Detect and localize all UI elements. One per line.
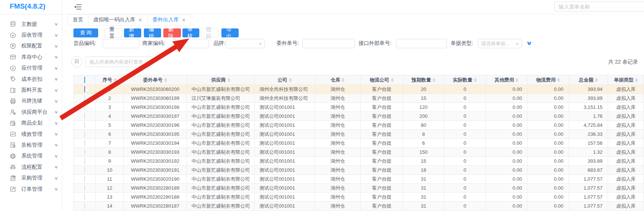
column-config-button[interactable]: [71, 56, 82, 67]
table-row[interactable]: 9WWRK202303030192中山市新艺盛制衣有限公司测试公司001001湖…: [74, 157, 644, 166]
row-checkbox-cell[interactable]: [74, 166, 96, 175]
row-checkbox[interactable]: [84, 104, 85, 110]
column-header[interactable]: 实际数量: [444, 75, 486, 85]
close-icon[interactable]: ✕: [182, 17, 186, 23]
row-checkbox[interactable]: [84, 140, 85, 146]
table-row[interactable]: 5WWRK202303030196中山市新艺盛制衣有限公司测试公司001001湖…: [74, 121, 644, 130]
table-row[interactable]: 14WWRK202302280187中山市新艺盛制衣有限公司测试公司001001…: [74, 202, 644, 211]
row-checkbox-cell[interactable]: [74, 184, 96, 193]
row-checkbox[interactable]: [84, 122, 85, 128]
row-checkbox[interactable]: [84, 176, 85, 182]
sidebar-item-13[interactable]: 系统管理∨: [0, 151, 62, 162]
row-checkbox[interactable]: [84, 158, 85, 164]
row-checkbox[interactable]: [84, 95, 85, 101]
filter-select-3[interactable]: ∨: [226, 39, 265, 48]
tab-2[interactable]: 虚拟唯一码出入库✕: [88, 14, 148, 25]
column-header[interactable]: 物流公司: [360, 75, 403, 85]
sidebar-item-16[interactable]: 订单管理∨: [0, 184, 62, 195]
table-row[interactable]: 1WWRK202303060200中山市新艺盛制衣有限公司湖州全尚科技有限公司湖…: [74, 85, 644, 94]
filter-input-2[interactable]: [172, 39, 209, 48]
sidebar-item-7[interactable]: 面料开发∨: [0, 85, 62, 95]
sidebar-item-11[interactable]: 绩效管理∨: [0, 129, 62, 140]
table-row[interactable]: 11WWRK202303020190中山市新艺盛制衣有限公司测试公司001001…: [74, 175, 644, 184]
row-checkbox[interactable]: [84, 167, 85, 173]
row-checkbox-cell[interactable]: [74, 112, 96, 121]
select-all-checkbox[interactable]: [84, 77, 85, 83]
sidebar-item-8[interactable]: 吊牌洗唛∨: [0, 96, 62, 107]
filter-input-5[interactable]: [396, 39, 447, 48]
table-row[interactable]: 8WWRK202303030193中山市新艺盛制衣有限公司测试公司001001湖…: [74, 148, 644, 157]
row-checkbox[interactable]: [84, 149, 85, 155]
row-checkbox-cell[interactable]: [74, 130, 96, 139]
table-row[interactable]: 3WWRK202303030198中山市新艺盛制衣有限公司测试公司001001湖…: [74, 103, 644, 112]
row-checkbox[interactable]: [84, 203, 85, 209]
column-header[interactable]: 供应商: [187, 75, 255, 85]
tab-3[interactable]: 委外出入库✕: [147, 14, 191, 25]
row-checkbox-cell[interactable]: [74, 94, 96, 103]
expand-filters-chevron-icon[interactable]: ∨: [526, 40, 533, 46]
column-header[interactable]: 总金额: [569, 75, 608, 85]
row-checkbox[interactable]: [84, 185, 85, 191]
row-checkbox[interactable]: [84, 86, 85, 92]
编辑-button[interactable]: 编辑: [144, 28, 161, 37]
驳回-button[interactable]: 驳回: [201, 28, 218, 37]
sidebar-item-1[interactable]: 主数据∨: [0, 19, 62, 30]
row-checkbox[interactable]: [84, 131, 85, 137]
sidebar-item-15[interactable]: 采购管理∨: [0, 172, 62, 183]
table-row[interactable]: 6WWRK202303030195中山市新艺盛制衣有限公司测试公司001001湖…: [74, 130, 644, 139]
sidebar-item-4[interactable]: 库存中心∨: [0, 52, 62, 62]
row-checkbox-cell[interactable]: [74, 121, 96, 130]
column-header[interactable]: 物流费用: [527, 75, 569, 85]
sidebar-item-5[interactable]: ¥应付管理∨: [0, 63, 62, 74]
column-header[interactable]: 序号: [96, 75, 124, 85]
column-header[interactable]: 单据类型: [608, 75, 644, 85]
重置-button[interactable]: 重置: [105, 28, 123, 37]
table-cell: 31: [403, 193, 444, 202]
close-icon[interactable]: ✕: [138, 17, 142, 23]
sidebar-item-2[interactable]: ¥应收管理∨: [0, 30, 62, 40]
column-header[interactable]: 预期数量: [403, 75, 444, 85]
filter-input-4[interactable]: [302, 39, 355, 48]
filter-input-1[interactable]: [103, 39, 139, 48]
menu-search-input[interactable]: [554, 1, 644, 12]
sidebar-item-3[interactable]: 权限配置∨: [0, 41, 62, 52]
导出-button[interactable]: 导出: [221, 28, 239, 37]
table-row[interactable]: 7WWRK202303030194中山市新艺盛制衣有限公司测试公司001001湖…: [74, 139, 644, 148]
sidebar-item-6[interactable]: 成本折扣∨: [0, 74, 62, 85]
select-placeholder: 请选择单据...: [481, 40, 510, 47]
sidebar-collapse-icon[interactable]: [74, 4, 82, 11]
审核-button[interactable]: 审核: [182, 28, 199, 37]
column-header[interactable]: 仓库: [315, 75, 360, 85]
process-icon: [10, 164, 16, 170]
table-row[interactable]: 12WWRK202302280189中山市新艺盛制衣有限公司测试公司001001…: [74, 184, 644, 193]
column-header[interactable]: 委外单号: [123, 75, 187, 85]
header-select-all[interactable]: [74, 75, 96, 85]
row-checkbox-cell[interactable]: [74, 193, 96, 202]
sidebar-item-14[interactable]: 流程配置∨: [0, 162, 62, 172]
sidebar-item-12[interactable]: 质检管理∨: [0, 140, 62, 150]
table-cell: 0.00: [486, 112, 527, 121]
删除-button[interactable]: 删除: [163, 28, 181, 37]
新增-button[interactable]: 新增: [124, 28, 141, 37]
row-checkbox-cell[interactable]: [74, 85, 96, 94]
row-checkbox[interactable]: [84, 113, 85, 119]
row-checkbox-cell[interactable]: [74, 157, 96, 166]
table-row[interactable]: 4WWRK202303030197中山市新艺盛制衣有限公司测试公司001001湖…: [74, 112, 644, 121]
查询-button[interactable]: 查询: [73, 28, 98, 37]
sidebar-item-9[interactable]: 供应商平台∨: [0, 107, 62, 117]
table-search-input[interactable]: [85, 56, 152, 67]
row-checkbox-cell[interactable]: [74, 139, 96, 148]
row-checkbox[interactable]: [84, 194, 85, 200]
table-row[interactable]: 2WWRK202303060199汉川艾琳服装有限公司湖州全尚科技有限公司湖州仓…: [74, 94, 644, 103]
row-checkbox-cell[interactable]: [74, 103, 96, 112]
row-checkbox-cell[interactable]: [74, 202, 96, 211]
row-checkbox-cell[interactable]: [74, 148, 96, 157]
filter-select-6[interactable]: 请选择单据...∨: [478, 39, 522, 48]
sidebar-item-10[interactable]: 商品企划∨: [0, 118, 62, 129]
column-header[interactable]: 其他费用: [486, 75, 527, 85]
table-row[interactable]: 10WWRK202303030191中山市新艺盛制衣有限公司测试公司001001…: [74, 166, 644, 175]
table-row[interactable]: 13WWRK202302280188中山市新艺盛制衣有限公司测试公司001001…: [74, 193, 644, 202]
column-header[interactable]: 公司: [255, 75, 315, 85]
row-checkbox-cell[interactable]: [74, 175, 96, 184]
tab-1[interactable]: 首页: [67, 14, 88, 25]
